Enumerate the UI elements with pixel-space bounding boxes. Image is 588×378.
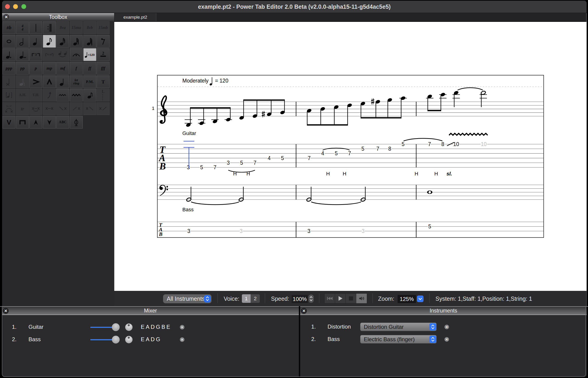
svg-text:sl.: sl.	[447, 171, 452, 176]
svg-text:10: 10	[481, 141, 487, 147]
svg-text:Moderately: Moderately	[182, 78, 209, 84]
svg-text:H: H	[343, 171, 346, 176]
svg-text:8: 8	[388, 146, 391, 152]
svg-text:4: 4	[268, 155, 271, 161]
svg-text:Guitar: Guitar	[182, 130, 196, 136]
svg-text:3: 3	[227, 160, 230, 166]
svg-text:3: 3	[187, 164, 190, 170]
svg-text:5: 5	[335, 150, 338, 156]
svg-text:B: B	[159, 231, 162, 237]
svg-text:3: 3	[35, 53, 37, 56]
svg-text:5: 5	[361, 146, 365, 152]
svg-text:3: 3	[362, 228, 365, 234]
svg-text:5: 5	[200, 164, 203, 170]
svg-text:B: B	[159, 161, 166, 172]
svg-text:H: H	[326, 171, 330, 176]
svg-text:H: H	[434, 171, 438, 176]
svg-text:8: 8	[441, 141, 445, 147]
svg-text:H: H	[233, 171, 237, 176]
svg-text:2: 2	[102, 51, 104, 56]
svg-text:7: 7	[254, 160, 256, 166]
svg-text:7: 7	[348, 150, 351, 156]
svg-text:7: 7	[214, 164, 217, 170]
svg-text:5: 5	[402, 141, 405, 147]
svg-text:7: 7	[308, 155, 311, 161]
svg-text:1: 1	[152, 106, 154, 111]
svg-text:7: 7	[376, 146, 379, 152]
svg-text:H: H	[246, 171, 250, 176]
svg-text:N:M: N:M	[47, 53, 52, 56]
svg-text:7: 7	[428, 141, 431, 147]
svg-text:3: 3	[307, 228, 310, 234]
svg-text:H: H	[415, 171, 418, 176]
svg-text:Bass: Bass	[182, 207, 194, 213]
svg-text:5: 5	[428, 224, 431, 230]
svg-text:10: 10	[453, 141, 459, 147]
svg-text:5: 5	[240, 160, 243, 166]
svg-text:3: 3	[187, 228, 191, 234]
svg-text:= 120: = 120	[215, 78, 228, 84]
svg-text:=120: =120	[88, 53, 95, 56]
svg-text:3: 3	[240, 228, 243, 234]
svg-text:H / P: H / P	[6, 105, 12, 108]
svg-text:4: 4	[321, 150, 324, 156]
svg-text:5: 5	[281, 155, 284, 161]
